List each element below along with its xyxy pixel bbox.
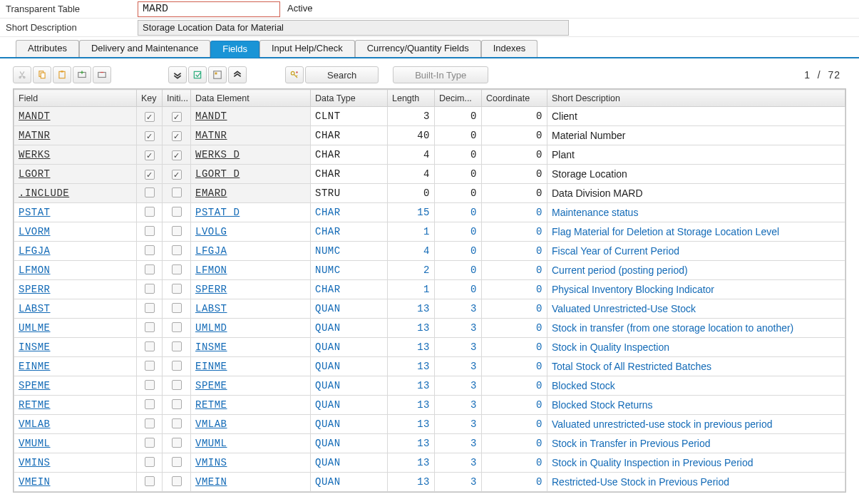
nav-graphic-button[interactable] [208, 66, 227, 83]
field-name-link[interactable]: INSME [19, 341, 51, 353]
table-row[interactable]: LFMONLFMONNUMC200Current period (posting… [14, 261, 845, 280]
init-checkbox[interactable] [172, 438, 182, 448]
data-element-link[interactable]: LFGJA [195, 245, 227, 257]
data-element-link[interactable]: EINME [195, 361, 227, 372]
field-name-link[interactable]: VMUML [19, 438, 51, 449]
data-element-link[interactable]: VMINS [195, 457, 227, 468]
key-checkbox[interactable] [145, 170, 155, 180]
copy-button[interactable] [33, 66, 51, 83]
collapse-all-button[interactable] [228, 66, 247, 83]
field-name-link[interactable]: LFMON [19, 264, 51, 276]
init-checkbox[interactable] [172, 150, 182, 160]
init-checkbox[interactable] [172, 170, 182, 180]
table-row[interactable]: WERKSWERKS_DCHAR400Plant [14, 145, 845, 165]
data-element-link[interactable]: VMUML [195, 438, 227, 449]
field-name-link[interactable]: WERKS [19, 149, 51, 160]
key-checkbox[interactable] [145, 399, 155, 409]
data-element-link[interactable]: VMEIN [195, 476, 227, 488]
data-element-link[interactable]: INSME [195, 341, 227, 353]
table-row[interactable]: MATNRMATNRCHAR4000Material Number [14, 126, 845, 145]
table-row[interactable]: VMUMLVMUMLQUAN1330Stock in Transfer in P… [14, 434, 845, 453]
field-name-link[interactable]: VMLAB [19, 418, 51, 430]
key-checkbox[interactable] [145, 284, 155, 294]
init-checkbox[interactable] [172, 322, 182, 332]
paste-button[interactable] [53, 66, 71, 83]
field-name-link[interactable]: RETME [19, 399, 51, 411]
init-checkbox[interactable] [172, 399, 182, 409]
table-row[interactable]: SPERRSPERRCHAR100Physical Inventory Bloc… [14, 280, 845, 299]
key-checkbox[interactable] [145, 303, 155, 313]
table-row[interactable]: LFGJALFGJANUMC400Fiscal Year of Current … [14, 242, 845, 261]
tab-indexes[interactable]: Indexes [481, 40, 538, 57]
data-element-link[interactable]: SPERR [195, 284, 227, 295]
data-element-link[interactable]: VMLAB [195, 418, 227, 430]
fields-table[interactable]: Field Key Initi... Data Element Data Typ… [14, 89, 845, 492]
table-row[interactable]: LABSTLABSTQUAN1330Valuated Unrestricted-… [14, 299, 845, 319]
key-checkbox[interactable] [145, 380, 155, 390]
key-checkbox[interactable] [145, 457, 155, 467]
cut-button[interactable] [13, 66, 31, 83]
key-checkbox[interactable] [145, 438, 155, 448]
key-checkbox[interactable] [145, 207, 155, 217]
init-checkbox[interactable] [172, 264, 182, 274]
table-row[interactable]: RETMERETMEQUAN1330Blocked Stock Returns [14, 396, 845, 415]
key-checkbox[interactable] [145, 361, 155, 371]
data-element-link[interactable]: LABST [195, 303, 227, 314]
data-element-link[interactable]: PSTAT_D [195, 207, 240, 218]
tab-delivery-and-maintenance[interactable]: Delivery and Maintenance [79, 40, 210, 57]
init-checkbox[interactable] [172, 207, 182, 217]
table-row[interactable]: MANDTMANDTCLNT300Client [14, 107, 845, 126]
key-checkbox[interactable] [145, 131, 155, 141]
key-checkbox[interactable] [145, 264, 155, 274]
init-checkbox[interactable] [172, 245, 182, 255]
data-element-link[interactable]: LGORT_D [195, 168, 240, 180]
table-row[interactable]: EINMEEINMEQUAN1330Total Stock of All Res… [14, 357, 845, 376]
field-name-link[interactable]: LVORM [19, 226, 51, 237]
col-length[interactable]: Length [388, 90, 435, 107]
short-description-input[interactable]: Storage Location Data for Material [138, 20, 569, 36]
data-element-link[interactable]: RETME [195, 399, 227, 411]
tab-attributes[interactable]: Attributes [16, 40, 79, 57]
field-name-link[interactable]: LGORT [19, 168, 51, 180]
init-checkbox[interactable] [172, 380, 182, 390]
table-row[interactable]: .INCLUDEEMARDSTRU000Data Division MARD [14, 184, 845, 203]
init-checkbox[interactable] [172, 112, 182, 122]
field-name-link[interactable]: VMEIN [19, 476, 51, 488]
search-button[interactable]: Search [305, 66, 379, 83]
key-button[interactable] [285, 66, 304, 83]
col-init[interactable]: Initi... [163, 90, 191, 107]
key-checkbox[interactable] [145, 112, 155, 122]
init-checkbox[interactable] [172, 476, 182, 486]
data-element-link[interactable]: EMARD [195, 187, 227, 199]
init-checkbox[interactable] [172, 303, 182, 313]
field-name-link[interactable]: SPEME [19, 380, 51, 391]
init-checkbox[interactable] [172, 457, 182, 467]
field-name-link[interactable]: LABST [19, 303, 51, 314]
field-name-link[interactable]: MANDT [19, 110, 51, 122]
data-element-link[interactable]: WERKS_D [195, 149, 240, 160]
init-checkbox[interactable] [172, 418, 182, 428]
col-data-element[interactable]: Data Element [191, 90, 311, 107]
table-row[interactable]: LVORMLVOLGCHAR100Flag Material for Delet… [14, 222, 845, 242]
table-row[interactable]: INSMEINSMEQUAN1330Stock in Quality Inspe… [14, 338, 845, 357]
col-data-type[interactable]: Data Type [311, 90, 388, 107]
tab-input-help-check[interactable]: Input Help/Check [259, 40, 355, 57]
table-row[interactable]: LGORTLGORT_DCHAR400Storage Location [14, 165, 845, 184]
data-element-link[interactable]: LFMON [195, 264, 227, 276]
table-row[interactable]: VMEINVMEINQUAN1330Restricted-Use Stock i… [14, 473, 845, 492]
data-element-link[interactable]: LVOLG [195, 226, 227, 237]
key-checkbox[interactable] [145, 150, 155, 160]
field-name-link[interactable]: EINME [19, 361, 51, 372]
key-checkbox[interactable] [145, 322, 155, 332]
field-name-link[interactable]: UMLME [19, 322, 51, 334]
col-short-description[interactable]: Short Description [547, 90, 845, 107]
data-element-link[interactable]: SPEME [195, 380, 227, 391]
field-name-link[interactable]: SPERR [19, 284, 51, 295]
key-checkbox[interactable] [145, 187, 155, 197]
data-element-link[interactable]: MANDT [195, 110, 227, 122]
expand-all-button[interactable] [168, 66, 187, 83]
key-checkbox[interactable] [145, 476, 155, 486]
init-checkbox[interactable] [172, 187, 182, 197]
builtin-type-button[interactable]: Built-In Type [393, 66, 488, 83]
col-decimals[interactable]: Decim... [435, 90, 482, 107]
